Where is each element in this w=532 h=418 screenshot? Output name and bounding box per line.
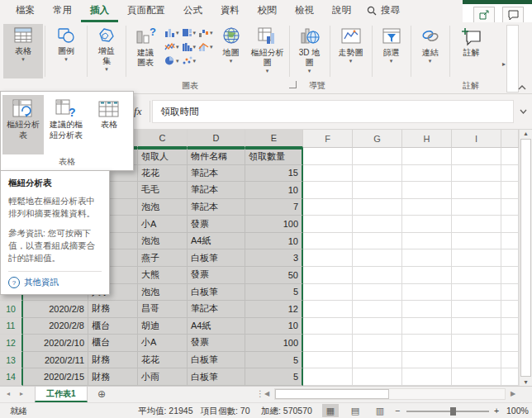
- cell[interactable]: 筆記本: [188, 301, 245, 318]
- cell[interactable]: 5: [245, 352, 303, 369]
- cell[interactable]: [402, 284, 452, 302]
- row-header-14[interactable]: 14: [0, 368, 23, 386]
- horizontal-scrollbar[interactable]: [274, 388, 506, 400]
- formula-input[interactable]: 領取時間: [152, 100, 514, 123]
- vertical-scroll-thumb[interactable]: [520, 139, 531, 377]
- column-header-H[interactable]: H: [402, 130, 452, 148]
- page-break-view-icon[interactable]: ▥: [372, 404, 388, 417]
- formula-bar-expand-icon[interactable]: [514, 109, 532, 114]
- cell[interactable]: [501, 249, 519, 267]
- cell[interactable]: 10: [245, 182, 303, 199]
- cell[interactable]: [452, 301, 501, 318]
- waterfall-chart-button[interactable]: ▾: [198, 27, 213, 38]
- cell[interactable]: [353, 199, 402, 216]
- zoom-out-icon[interactable]: −: [395, 406, 400, 416]
- cell[interactable]: [353, 148, 402, 165]
- cell[interactable]: [402, 301, 452, 318]
- zoom-slider-thumb[interactable]: [450, 407, 456, 416]
- cell[interactable]: [303, 233, 353, 250]
- cell[interactable]: 筆記本: [188, 182, 245, 199]
- cell[interactable]: [452, 318, 501, 335]
- cell[interactable]: [402, 182, 452, 199]
- vertical-scrollbar[interactable]: ▴ ▾: [519, 130, 532, 386]
- cell[interactable]: 昌哥: [138, 301, 188, 318]
- cell[interactable]: 2020/2/15: [23, 368, 88, 386]
- cell[interactable]: 5: [245, 284, 303, 302]
- cell[interactable]: [501, 368, 519, 386]
- column-header-D[interactable]: D: [188, 130, 245, 148]
- scroll-up-icon[interactable]: ▴: [524, 130, 527, 137]
- cell[interactable]: 發票: [188, 267, 245, 284]
- cell[interactable]: 筆記本: [188, 165, 245, 183]
- line-chart-button[interactable]: ▾: [164, 41, 179, 52]
- cell[interactable]: [452, 249, 501, 267]
- cell[interactable]: [501, 148, 519, 165]
- cell[interactable]: [501, 216, 519, 233]
- cell[interactable]: A4紙: [188, 318, 245, 335]
- page-layout-view-icon[interactable]: ▤: [347, 404, 363, 417]
- tab-公式[interactable]: 公式: [174, 0, 211, 22]
- cell[interactable]: [303, 352, 353, 369]
- tab-插入[interactable]: 插入: [81, 0, 118, 22]
- cell[interactable]: [353, 284, 402, 302]
- cell[interactable]: [501, 352, 519, 369]
- column-chart-button[interactable]: ▾: [164, 27, 179, 38]
- cell[interactable]: 胡迪: [138, 318, 188, 335]
- cell[interactable]: [452, 165, 501, 183]
- cell[interactable]: [402, 335, 452, 352]
- cell[interactable]: [303, 165, 353, 183]
- share-button[interactable]: [473, 7, 495, 23]
- scrollbar-resize-dots-icon[interactable]: ⋮: [256, 389, 264, 398]
- cell[interactable]: 15: [245, 165, 303, 183]
- comments-button[interactable]: 註解: [452, 24, 492, 78]
- cell[interactable]: [303, 199, 353, 216]
- cell[interactable]: [452, 148, 501, 165]
- sheet-nav-left-icon[interactable]: ◂: [7, 390, 10, 397]
- cell[interactable]: [402, 165, 452, 183]
- column-header-I[interactable]: I: [452, 130, 501, 148]
- cell[interactable]: 花花: [138, 165, 188, 183]
- row-header-11[interactable]: 11: [0, 318, 23, 335]
- cell[interactable]: 泡泡: [138, 284, 188, 302]
- tab-說明[interactable]: 說明: [323, 0, 360, 22]
- cell[interactable]: [303, 318, 353, 335]
- cell[interactable]: 櫃台: [88, 318, 138, 335]
- cell[interactable]: [452, 284, 501, 302]
- column-header-E[interactable]: E: [245, 130, 303, 148]
- scroll-down-icon[interactable]: ▾: [524, 378, 527, 386]
- tab-常用[interactable]: 常用: [44, 0, 81, 22]
- zoom-in-icon[interactable]: +: [494, 406, 499, 416]
- cell[interactable]: 白板筆: [188, 368, 245, 386]
- cell[interactable]: [353, 318, 402, 335]
- cell[interactable]: 財務: [88, 368, 138, 386]
- addins-button[interactable]: 增益集 ▾: [89, 24, 124, 78]
- cell[interactable]: 大熊: [138, 267, 188, 284]
- cell[interactable]: 小A: [138, 216, 188, 233]
- cell[interactable]: 白板筆: [188, 352, 245, 369]
- horizontal-scroll-thumb[interactable]: [275, 389, 389, 399]
- cell[interactable]: [452, 267, 501, 284]
- cell[interactable]: [303, 182, 353, 199]
- cell[interactable]: 財務: [88, 352, 138, 369]
- cell[interactable]: 2020/2/8: [23, 318, 88, 335]
- cell[interactable]: [303, 216, 353, 233]
- combo-chart-button[interactable]: ▾: [198, 41, 213, 52]
- cell[interactable]: [303, 267, 353, 284]
- cell[interactable]: 毛毛: [138, 182, 188, 199]
- cell[interactable]: [402, 148, 452, 165]
- cell[interactable]: [501, 165, 519, 183]
- cell[interactable]: 領取數量: [245, 148, 303, 165]
- cell[interactable]: 領取人: [138, 148, 188, 165]
- collapse-ribbon-icon[interactable]: [518, 85, 526, 90]
- scatter-chart-button[interactable]: ▾: [182, 55, 197, 66]
- cell[interactable]: [353, 301, 402, 318]
- tab-頁面配置[interactable]: 頁面配置: [118, 0, 174, 22]
- cell[interactable]: [501, 182, 519, 199]
- search-box[interactable]: 搜尋: [360, 0, 406, 22]
- cell[interactable]: 櫃台: [88, 335, 138, 352]
- cell[interactable]: 12: [245, 301, 303, 318]
- cell[interactable]: [501, 335, 519, 352]
- charts-dialog-launcher-icon[interactable]: [289, 81, 297, 88]
- sparklines-button[interactable]: 走勢圖 ▾: [332, 24, 370, 78]
- row-header-12[interactable]: 12: [0, 335, 23, 352]
